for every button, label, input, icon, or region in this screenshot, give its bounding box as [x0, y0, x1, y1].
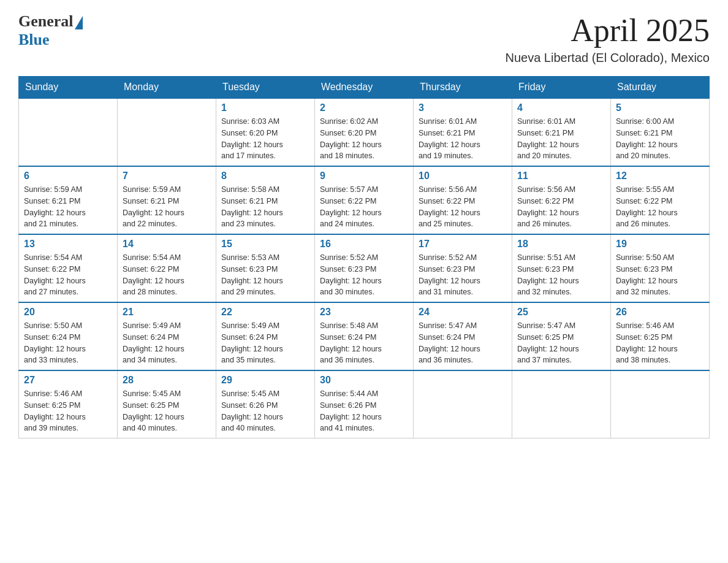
day-number: 20	[24, 307, 112, 318]
calendar-cell: 20Sunrise: 5:50 AM Sunset: 6:24 PM Dayli…	[19, 302, 118, 370]
calendar-cell: 9Sunrise: 5:57 AM Sunset: 6:22 PM Daylig…	[315, 166, 414, 234]
calendar-cell: 29Sunrise: 5:45 AM Sunset: 6:26 PM Dayli…	[216, 370, 315, 439]
calendar-cell: 12Sunrise: 5:55 AM Sunset: 6:22 PM Dayli…	[611, 166, 710, 234]
month-year-title: April 2025	[506, 12, 710, 48]
weekday-header-row: SundayMondayTuesdayWednesdayThursdayFrid…	[19, 77, 710, 99]
day-number: 25	[517, 307, 605, 318]
location-subtitle: Nueva Libertad (El Colorado), Mexico	[506, 51, 710, 65]
day-info: Sunrise: 5:53 AM Sunset: 6:23 PM Dayligh…	[221, 252, 309, 298]
calendar-cell: 18Sunrise: 5:51 AM Sunset: 6:23 PM Dayli…	[512, 234, 611, 302]
day-info: Sunrise: 5:49 AM Sunset: 6:24 PM Dayligh…	[221, 320, 309, 366]
calendar-cell: 19Sunrise: 5:50 AM Sunset: 6:23 PM Dayli…	[611, 234, 710, 302]
weekday-header-tuesday: Tuesday	[216, 77, 315, 99]
day-info: Sunrise: 5:45 AM Sunset: 6:26 PM Dayligh…	[221, 388, 309, 434]
day-info: Sunrise: 5:59 AM Sunset: 6:21 PM Dayligh…	[123, 184, 211, 230]
calendar-cell: 17Sunrise: 5:52 AM Sunset: 6:23 PM Dayli…	[414, 234, 512, 302]
day-number: 11	[517, 170, 605, 182]
calendar-cell: 11Sunrise: 5:56 AM Sunset: 6:22 PM Dayli…	[512, 166, 611, 234]
calendar-cell: 8Sunrise: 5:58 AM Sunset: 6:21 PM Daylig…	[216, 166, 315, 234]
day-info: Sunrise: 5:57 AM Sunset: 6:22 PM Dayligh…	[320, 184, 408, 230]
logo-triangle-icon	[75, 16, 83, 29]
calendar-cell: 28Sunrise: 5:45 AM Sunset: 6:25 PM Dayli…	[118, 370, 216, 439]
day-info: Sunrise: 6:00 AM Sunset: 6:21 PM Dayligh…	[616, 116, 704, 162]
day-info: Sunrise: 5:50 AM Sunset: 6:23 PM Dayligh…	[616, 252, 704, 298]
calendar-cell	[118, 98, 216, 166]
day-info: Sunrise: 5:52 AM Sunset: 6:23 PM Dayligh…	[419, 252, 507, 298]
day-number: 23	[320, 307, 408, 318]
calendar-cell: 6Sunrise: 5:59 AM Sunset: 6:21 PM Daylig…	[19, 166, 118, 234]
calendar-cell: 24Sunrise: 5:47 AM Sunset: 6:24 PM Dayli…	[414, 302, 512, 370]
day-info: Sunrise: 5:54 AM Sunset: 6:22 PM Dayligh…	[24, 252, 112, 298]
weekday-header-wednesday: Wednesday	[315, 77, 414, 99]
calendar-cell: 23Sunrise: 5:48 AM Sunset: 6:24 PM Dayli…	[315, 302, 414, 370]
day-number: 4	[517, 102, 605, 113]
day-info: Sunrise: 5:58 AM Sunset: 6:21 PM Dayligh…	[221, 184, 309, 230]
day-info: Sunrise: 5:48 AM Sunset: 6:24 PM Dayligh…	[320, 320, 408, 366]
day-number: 28	[123, 375, 211, 386]
day-number: 15	[221, 239, 309, 250]
day-info: Sunrise: 5:47 AM Sunset: 6:24 PM Dayligh…	[419, 320, 507, 366]
day-info: Sunrise: 6:01 AM Sunset: 6:21 PM Dayligh…	[419, 116, 507, 162]
day-number: 26	[616, 307, 704, 318]
day-number: 6	[24, 170, 112, 182]
day-info: Sunrise: 5:50 AM Sunset: 6:24 PM Dayligh…	[24, 320, 112, 366]
day-info: Sunrise: 5:59 AM Sunset: 6:21 PM Dayligh…	[24, 184, 112, 230]
calendar-cell	[19, 98, 118, 166]
day-number: 16	[320, 239, 408, 250]
day-info: Sunrise: 5:49 AM Sunset: 6:24 PM Dayligh…	[123, 320, 211, 366]
weekday-header-friday: Friday	[512, 77, 611, 99]
calendar-cell: 25Sunrise: 5:47 AM Sunset: 6:25 PM Dayli…	[512, 302, 611, 370]
calendar-cell: 4Sunrise: 6:01 AM Sunset: 6:21 PM Daylig…	[512, 98, 611, 166]
day-info: Sunrise: 5:45 AM Sunset: 6:25 PM Dayligh…	[123, 388, 211, 434]
week-row-3: 13Sunrise: 5:54 AM Sunset: 6:22 PM Dayli…	[19, 234, 710, 302]
day-number: 2	[320, 102, 408, 113]
day-info: Sunrise: 5:54 AM Sunset: 6:22 PM Dayligh…	[123, 252, 211, 298]
calendar-cell: 2Sunrise: 6:02 AM Sunset: 6:20 PM Daylig…	[315, 98, 414, 166]
day-info: Sunrise: 6:02 AM Sunset: 6:20 PM Dayligh…	[320, 116, 408, 162]
calendar-cell: 14Sunrise: 5:54 AM Sunset: 6:22 PM Dayli…	[118, 234, 216, 302]
calendar-cell: 7Sunrise: 5:59 AM Sunset: 6:21 PM Daylig…	[118, 166, 216, 234]
day-number: 3	[419, 102, 507, 113]
day-info: Sunrise: 6:01 AM Sunset: 6:21 PM Dayligh…	[517, 116, 605, 162]
weekday-header-sunday: Sunday	[19, 77, 118, 99]
logo-blue-text: Blue	[18, 31, 50, 49]
calendar-cell: 15Sunrise: 5:53 AM Sunset: 6:23 PM Dayli…	[216, 234, 315, 302]
day-number: 9	[320, 170, 408, 182]
day-number: 5	[616, 102, 704, 113]
day-number: 30	[320, 375, 408, 386]
logo-general-text: General	[18, 12, 74, 31]
day-number: 22	[221, 307, 309, 318]
title-block: April 2025 Nueva Libertad (El Colorado),…	[506, 12, 710, 65]
calendar-cell	[414, 370, 512, 439]
calendar-cell: 21Sunrise: 5:49 AM Sunset: 6:24 PM Dayli…	[118, 302, 216, 370]
day-number: 27	[24, 375, 112, 386]
calendar-cell: 22Sunrise: 5:49 AM Sunset: 6:24 PM Dayli…	[216, 302, 315, 370]
calendar-cell: 10Sunrise: 5:56 AM Sunset: 6:22 PM Dayli…	[414, 166, 512, 234]
day-number: 17	[419, 239, 507, 250]
calendar-table: SundayMondayTuesdayWednesdayThursdayFrid…	[18, 76, 710, 439]
day-info: Sunrise: 5:56 AM Sunset: 6:22 PM Dayligh…	[517, 184, 605, 230]
day-info: Sunrise: 6:03 AM Sunset: 6:20 PM Dayligh…	[221, 116, 309, 162]
weekday-header-monday: Monday	[118, 77, 216, 99]
day-number: 12	[616, 170, 704, 182]
weekday-header-thursday: Thursday	[414, 77, 512, 99]
week-row-2: 6Sunrise: 5:59 AM Sunset: 6:21 PM Daylig…	[19, 166, 710, 234]
day-number: 24	[419, 307, 507, 318]
day-info: Sunrise: 5:46 AM Sunset: 6:25 PM Dayligh…	[616, 320, 704, 366]
calendar-cell: 26Sunrise: 5:46 AM Sunset: 6:25 PM Dayli…	[611, 302, 710, 370]
day-info: Sunrise: 5:44 AM Sunset: 6:26 PM Dayligh…	[320, 388, 408, 434]
day-info: Sunrise: 5:47 AM Sunset: 6:25 PM Dayligh…	[517, 320, 605, 366]
day-info: Sunrise: 5:56 AM Sunset: 6:22 PM Dayligh…	[419, 184, 507, 230]
week-row-4: 20Sunrise: 5:50 AM Sunset: 6:24 PM Dayli…	[19, 302, 710, 370]
calendar-cell: 1Sunrise: 6:03 AM Sunset: 6:20 PM Daylig…	[216, 98, 315, 166]
calendar-cell: 5Sunrise: 6:00 AM Sunset: 6:21 PM Daylig…	[611, 98, 710, 166]
day-info: Sunrise: 5:52 AM Sunset: 6:23 PM Dayligh…	[320, 252, 408, 298]
page-header: General Blue April 2025 Nueva Libertad (…	[18, 12, 710, 65]
calendar-cell: 30Sunrise: 5:44 AM Sunset: 6:26 PM Dayli…	[315, 370, 414, 439]
day-number: 14	[123, 239, 211, 250]
week-row-1: 1Sunrise: 6:03 AM Sunset: 6:20 PM Daylig…	[19, 98, 710, 166]
logo: General Blue	[18, 12, 83, 49]
day-number: 1	[221, 102, 309, 113]
day-number: 10	[419, 170, 507, 182]
day-number: 29	[221, 375, 309, 386]
